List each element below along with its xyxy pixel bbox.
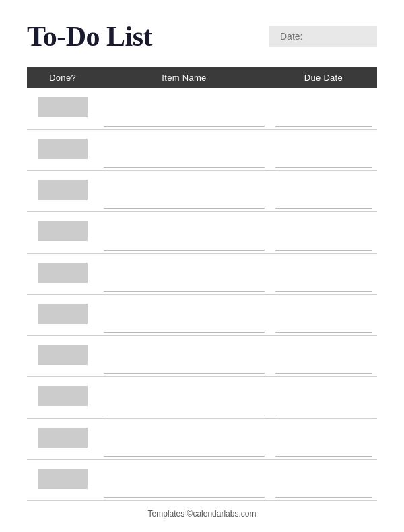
header: To-Do List xyxy=(27,20,377,53)
cell-item-5 xyxy=(98,253,270,294)
cell-done-5 xyxy=(27,253,98,294)
due-input-10[interactable] xyxy=(275,484,372,498)
item-input-6[interactable] xyxy=(104,319,265,333)
table-row xyxy=(27,129,377,170)
item-input-9[interactable] xyxy=(104,443,265,457)
due-input-8[interactable] xyxy=(275,402,372,415)
cell-due-6 xyxy=(270,294,377,335)
table-row xyxy=(27,336,377,377)
table-header-row: Done? Item Name Due Date xyxy=(27,67,377,88)
item-input-10[interactable] xyxy=(104,484,265,498)
due-input-7[interactable] xyxy=(275,360,372,374)
cell-due-8 xyxy=(270,377,377,418)
item-input-2[interactable] xyxy=(104,154,265,168)
item-input-1[interactable] xyxy=(104,113,265,127)
checkbox-6[interactable] xyxy=(38,304,88,324)
table-row xyxy=(27,459,377,500)
todo-table: Done? Item Name Due Date xyxy=(27,67,377,501)
checkbox-1[interactable] xyxy=(38,97,88,117)
item-input-3[interactable] xyxy=(104,195,265,209)
checkbox-5[interactable] xyxy=(38,263,88,283)
cell-item-2 xyxy=(98,129,270,170)
cell-due-2 xyxy=(270,129,377,170)
checkbox-7[interactable] xyxy=(38,345,88,365)
cell-done-2 xyxy=(27,129,98,170)
checkbox-3[interactable] xyxy=(38,180,88,200)
table-row xyxy=(27,171,377,212)
table-row xyxy=(27,212,377,253)
cell-item-1 xyxy=(98,88,270,129)
cell-done-10 xyxy=(27,459,98,500)
date-input[interactable] xyxy=(269,26,377,47)
table-row xyxy=(27,377,377,418)
checkbox-2[interactable] xyxy=(38,139,88,159)
cell-item-3 xyxy=(98,171,270,212)
cell-done-7 xyxy=(27,336,98,377)
cell-done-6 xyxy=(27,294,98,335)
table-row xyxy=(27,253,377,294)
col-header-due: Due Date xyxy=(270,67,377,88)
due-input-2[interactable] xyxy=(275,154,372,168)
cell-due-7 xyxy=(270,336,377,377)
table-row xyxy=(27,418,377,459)
due-input-4[interactable] xyxy=(275,237,372,251)
checkbox-9[interactable] xyxy=(38,428,88,448)
due-input-5[interactable] xyxy=(275,278,372,292)
cell-due-3 xyxy=(270,171,377,212)
item-input-4[interactable] xyxy=(104,237,265,251)
cell-due-9 xyxy=(270,418,377,459)
table-row xyxy=(27,294,377,335)
col-header-item: Item Name xyxy=(98,67,270,88)
cell-item-8 xyxy=(98,377,270,418)
cell-due-4 xyxy=(270,212,377,253)
checkbox-10[interactable] xyxy=(38,469,88,489)
cell-done-3 xyxy=(27,171,98,212)
item-input-7[interactable] xyxy=(104,360,265,374)
cell-item-7 xyxy=(98,336,270,377)
due-input-1[interactable] xyxy=(275,113,372,127)
cell-due-5 xyxy=(270,253,377,294)
cell-done-1 xyxy=(27,88,98,129)
table-row xyxy=(27,88,377,129)
cell-done-4 xyxy=(27,212,98,253)
cell-item-10 xyxy=(98,459,270,500)
due-input-9[interactable] xyxy=(275,443,372,457)
cell-done-8 xyxy=(27,377,98,418)
cell-due-10 xyxy=(270,459,377,500)
due-input-3[interactable] xyxy=(275,195,372,209)
page-title: To-Do List xyxy=(27,20,152,53)
cell-done-9 xyxy=(27,418,98,459)
item-input-5[interactable] xyxy=(104,278,265,292)
checkbox-4[interactable] xyxy=(38,221,88,241)
col-header-done: Done? xyxy=(27,67,98,88)
footer: Templates ©calendarlabs.com xyxy=(27,501,377,519)
cell-due-1 xyxy=(270,88,377,129)
cell-item-6 xyxy=(98,294,270,335)
footer-text: Templates ©calendarlabs.com xyxy=(148,509,257,519)
page: To-Do List Done? Item Name Due Date Temp… xyxy=(0,0,404,532)
due-input-6[interactable] xyxy=(275,319,372,333)
cell-item-9 xyxy=(98,418,270,459)
item-input-8[interactable] xyxy=(104,402,265,415)
checkbox-8[interactable] xyxy=(38,386,88,406)
cell-item-4 xyxy=(98,212,270,253)
